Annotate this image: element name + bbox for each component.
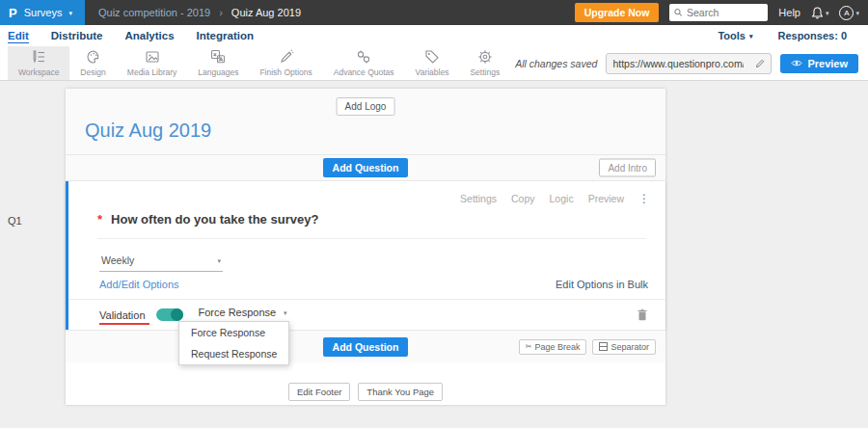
toolbar-item-design[interactable]: Design (69, 46, 116, 80)
responses-count[interactable]: Responses: 0 (777, 30, 847, 41)
save-status-text: All changes saved (515, 58, 597, 69)
pencil-icon (755, 59, 765, 68)
chevron-down-icon: ▾ (855, 10, 859, 16)
question-actions: Settings Copy Logic Preview ⋮ (460, 193, 650, 204)
account-menu[interactable]: A ▾ (839, 6, 859, 20)
toolbar-item-advance-quotas[interactable]: Advance Quotas (323, 46, 405, 80)
trash-icon (637, 308, 648, 321)
question-preview-link[interactable]: Preview (588, 193, 624, 204)
delete-question-button[interactable] (637, 308, 648, 321)
add-logo-button[interactable]: Add Logo (337, 97, 395, 116)
page-break-button[interactable]: ✂ Page Break (519, 339, 587, 355)
validation-toggle[interactable] (156, 308, 183, 321)
question-block: Settings Copy Logic Preview ⋮ *How often… (66, 181, 665, 330)
add-edit-options-link[interactable]: Add/Edit Options (99, 279, 179, 290)
breadcrumb: Quiz competition - 2019 › Quiz Aug 2019 (85, 7, 301, 18)
toolbar-item-settings[interactable]: Settings (459, 46, 510, 80)
nav-right-cluster: Tools ▾ Responses: 0 (718, 30, 860, 41)
toolbar-item-workspace[interactable]: Workspace (8, 46, 69, 80)
question-logic-link[interactable]: Logic (550, 193, 574, 204)
questionpro-logo-icon: P (9, 7, 17, 19)
chevron-down-icon: ▾ (68, 10, 72, 16)
add-question-row-top: Add Question Add Intro (66, 155, 665, 181)
survey-footer-section: Edit Footer Thank You Page (66, 362, 665, 405)
chevron-down-icon: ▾ (749, 33, 753, 40)
survey-header-section: Add Logo Quiz Aug 2019 (66, 89, 665, 155)
breadcrumb-separator-icon: › (219, 7, 223, 18)
validation-dropdown-menu: Force Response Request Response (178, 321, 289, 365)
survey-canvas: Add Logo Quiz Aug 2019 Add Question Add … (66, 89, 665, 405)
edit-url-button[interactable] (749, 54, 771, 73)
scissors-icon: ✂ (526, 343, 532, 351)
workspace-icon (31, 49, 46, 65)
question-copy-link[interactable]: Copy (511, 193, 535, 204)
search-icon (674, 8, 683, 17)
tab-analytics[interactable]: Analytics (124, 30, 174, 41)
toolbar-item-finish-options[interactable]: Finish Options (249, 46, 322, 80)
separator-button[interactable]: Separator (592, 339, 656, 355)
separator-icon (599, 342, 608, 351)
breadcrumb-current: Quiz Aug 2019 (231, 7, 301, 18)
add-question-button[interactable]: Add Question (323, 158, 409, 177)
tools-label: Tools (718, 30, 746, 41)
toolbar-item-languages[interactable]: Languages (187, 46, 249, 80)
toolbar-right-cluster: All changes saved Preview (515, 46, 868, 80)
validation-label: Validation (99, 309, 146, 321)
required-asterisk: * (97, 212, 102, 227)
top-bar: P Surveys ▾ Quiz competition - 2019 › Qu… (0, 0, 868, 25)
validation-type-value: Force Response (199, 307, 277, 318)
question-text[interactable]: *How often do you take the survey? (97, 212, 646, 239)
menu-item-force-response[interactable]: Force Response (179, 322, 288, 343)
gear-icon (477, 49, 493, 65)
app-window: P Surveys ▾ Quiz competition - 2019 › Qu… (0, 0, 868, 428)
quota-links-icon (356, 49, 371, 65)
bell-icon (811, 6, 824, 20)
survey-toolbar: Workspace Design Media Library Languages… (0, 46, 868, 81)
answer-dropdown-value: Weekly (101, 254, 134, 266)
thank-you-page-button[interactable]: Thank You Page (358, 383, 443, 401)
preview-button[interactable]: Preview (780, 54, 858, 73)
notifications-menu[interactable]: ▾ (811, 6, 829, 20)
edit-options-in-bulk-link[interactable]: Edit Options in Bulk (556, 279, 648, 290)
chevron-down-icon: ▾ (284, 309, 287, 316)
search-box[interactable] (669, 4, 768, 21)
surveys-menu[interactable]: P Surveys ▾ (0, 0, 85, 25)
pen-icon (279, 49, 294, 65)
tools-menu[interactable]: Tools ▾ (718, 30, 752, 41)
chevron-down-icon: ▾ (826, 10, 829, 16)
edit-footer-button[interactable]: Edit Footer (288, 383, 350, 401)
toolbar-item-media-library[interactable]: Media Library (117, 46, 188, 80)
palette-icon (86, 49, 101, 65)
help-link[interactable]: Help (778, 7, 800, 18)
topbar-right-cluster: Upgrade Now Help ▾ A ▾ (575, 3, 868, 22)
avatar: A (839, 6, 854, 20)
tab-edit[interactable]: Edit (8, 30, 29, 41)
page-tools: ✂ Page Break Separator (519, 339, 656, 355)
toggle-knob (171, 308, 183, 321)
surveys-menu-label: Surveys (24, 7, 63, 18)
question-settings-link[interactable]: Settings (460, 193, 497, 204)
translate-icon (210, 49, 226, 65)
add-intro-button[interactable]: Add Intro (599, 159, 656, 177)
answer-dropdown[interactable]: Weekly ▾ (99, 253, 223, 272)
upgrade-now-button[interactable]: Upgrade Now (575, 3, 660, 22)
eye-icon (791, 59, 802, 67)
breadcrumb-parent[interactable]: Quiz competition - 2019 (98, 7, 210, 18)
tab-integration[interactable]: Integration (197, 30, 254, 41)
add-question-row-bottom: Add Question ✂ Page Break Separator (66, 330, 665, 362)
section-nav: Edit Distribute Analytics Integration To… (0, 25, 868, 46)
survey-url-input[interactable] (607, 58, 749, 69)
question-text-value: How often do you take the survey? (111, 212, 318, 227)
kebab-menu-icon[interactable]: ⋮ (638, 193, 650, 204)
toolbar-item-variables[interactable]: Variables (405, 46, 460, 80)
options-links-row: Add/Edit Options Edit Options in Bulk (99, 279, 648, 290)
image-icon (145, 49, 160, 65)
survey-url-field (606, 53, 772, 74)
search-input[interactable] (687, 7, 763, 18)
add-question-button-bottom[interactable]: Add Question (323, 337, 409, 357)
tag-icon (424, 49, 440, 65)
menu-item-request-response[interactable]: Request Response (179, 343, 288, 364)
validation-row: Validation Force Response ▾ (68, 299, 665, 330)
survey-title[interactable]: Quiz Aug 2019 (85, 120, 211, 142)
tab-distribute[interactable]: Distribute (51, 30, 103, 41)
